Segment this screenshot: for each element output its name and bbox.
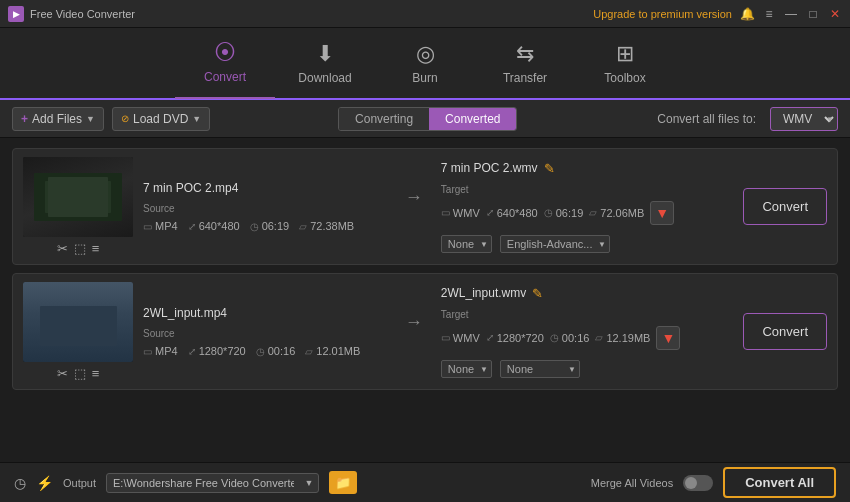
title-bar-right: Upgrade to premium version 🔔 ≡ — □ ✕ <box>593 7 842 21</box>
toolbox-nav-icon: ⊞ <box>616 41 634 67</box>
source-format-2: ▭ MP4 <box>143 345 178 357</box>
output-label: Output <box>63 477 96 489</box>
tab-group: Converting Converted <box>338 107 517 131</box>
scissors-icon-2[interactable]: ✂ <box>57 366 68 381</box>
nav-download[interactable]: ⬇ Download <box>275 27 375 99</box>
merge-toggle[interactable] <box>683 475 713 491</box>
target-resolution-1: ⤢ 640*480 <box>486 207 538 219</box>
subtitle2-wrapper-1[interactable]: English-Advanc... <box>500 235 610 253</box>
target-format-1: ▭ WMV <box>441 207 480 219</box>
subtitle2-select-1[interactable]: English-Advanc... <box>500 235 610 253</box>
nav-convert[interactable]: ⦿ Convert <box>175 27 275 99</box>
format-select[interactable]: WMV MP4 AVI MOV MKV <box>770 107 838 131</box>
edit-icon-1[interactable]: ✎ <box>544 161 555 176</box>
thumbnail-wrapper-1: ✂ ⬚ ≡ <box>23 157 133 256</box>
target-dropdown-1[interactable]: ▼ <box>650 201 674 225</box>
scissors-icon-1[interactable]: ✂ <box>57 241 68 256</box>
nav-toolbox[interactable]: ⊞ Toolbox <box>575 27 675 99</box>
crop-icon-2[interactable]: ⬚ <box>74 366 86 381</box>
menu-icon[interactable]: ≡ <box>762 7 776 21</box>
subtitle1-select-2[interactable]: None <box>441 360 492 378</box>
nav-transfer[interactable]: ⇆ Transfer <box>475 27 575 99</box>
target-size-icon-2: ▱ <box>595 332 603 343</box>
upgrade-link[interactable]: Upgrade to premium version <box>593 8 732 20</box>
close-icon[interactable]: ✕ <box>828 7 842 21</box>
load-dvd-chevron: ▼ <box>192 114 201 124</box>
transfer-nav-icon: ⇆ <box>516 41 534 67</box>
dvd-icon: ⊘ <box>121 113 129 124</box>
add-files-button[interactable]: + Add Files ▼ <box>12 107 104 131</box>
thumbnail-1 <box>23 157 133 237</box>
convert-button-2[interactable]: Convert <box>743 313 827 350</box>
target-dropdown-2[interactable]: ▼ <box>656 326 680 350</box>
nav-download-label: Download <box>298 71 351 85</box>
subtitle1-wrapper-2[interactable]: None <box>441 360 492 378</box>
output-path-input[interactable] <box>106 473 319 493</box>
convert-all-button[interactable]: Convert All <box>723 467 836 498</box>
output-path-wrapper: ▼ <box>106 473 319 493</box>
nav-burn[interactable]: ◎ Burn <box>375 27 475 99</box>
maximize-icon[interactable]: □ <box>806 7 820 21</box>
bell-icon[interactable]: 🔔 <box>740 7 754 21</box>
source-size-2: ▱ 12.01MB <box>305 345 360 357</box>
target-format-2: ▭ WMV <box>441 332 480 344</box>
minimize-icon[interactable]: — <box>784 7 798 21</box>
target-meta-1: ▭ WMV ⤢ 640*480 ◷ 06:19 ▱ 72.06MB ▼ <box>441 201 734 225</box>
crop-icon-1[interactable]: ⬚ <box>74 241 86 256</box>
target-duration-1: ◷ 06:19 <box>544 207 584 219</box>
tab-converting[interactable]: Converting <box>339 108 429 130</box>
settings-icon-1[interactable]: ≡ <box>92 241 100 256</box>
thumbnail-2 <box>23 282 133 362</box>
subtitle1-wrapper-1[interactable]: None <box>441 235 492 253</box>
burn-nav-icon: ◎ <box>416 41 435 67</box>
source-duration-2: ◷ 00:16 <box>256 345 296 357</box>
target-res-icon-2: ⤢ <box>486 332 494 343</box>
target-name-row-2: 2WL_input.wmv ✎ <box>441 286 734 301</box>
subtitle1-select-1[interactable]: None <box>441 235 492 253</box>
nav-convert-label: Convert <box>204 70 246 84</box>
target-info-2: 2WL_input.wmv ✎ Target ▭ WMV ⤢ 1280*720 … <box>441 286 734 378</box>
format-icon-1: ▭ <box>143 221 152 232</box>
app-icon: ▶ <box>8 6 24 22</box>
settings-icon-2[interactable]: ≡ <box>92 366 100 381</box>
thumbnail-wrapper-2: ✂ ⬚ ≡ <box>23 282 133 381</box>
source-meta-1: ▭ MP4 ⤢ 640*480 ◷ 06:19 ▱ 72.38MB <box>143 220 387 232</box>
target-meta-2: ▭ WMV ⤢ 1280*720 ◷ 00:16 ▱ 12.19MB ▼ <box>441 326 734 350</box>
duration-icon-1: ◷ <box>250 221 259 232</box>
subtitle2-wrapper-2[interactable]: None <box>500 360 580 378</box>
open-folder-button[interactable]: 📁 <box>329 471 357 494</box>
source-meta-2: ▭ MP4 ⤢ 1280*720 ◷ 00:16 ▱ 12.01MB <box>143 345 387 357</box>
sub-dropdowns-1: None English-Advanc... <box>441 235 734 253</box>
target-format-icon-1: ▭ <box>441 207 450 218</box>
target-filename-1: 7 min POC 2.wmv <box>441 161 538 175</box>
add-files-chevron: ▼ <box>86 114 95 124</box>
lightning-icon[interactable]: ⚡ <box>36 475 53 491</box>
subtitle2-select-2[interactable]: None <box>500 360 580 378</box>
download-nav-icon: ⬇ <box>316 41 334 67</box>
file-card-1: ✂ ⬚ ≡ 7 min POC 2.mp4 Source ▭ MP4 ⤢ 640… <box>12 148 838 265</box>
target-size-2: ▱ 12.19MB <box>595 332 650 344</box>
file-info-1: 7 min POC 2.mp4 Source ▭ MP4 ⤢ 640*480 ◷… <box>143 181 387 232</box>
thumb-tools-1: ✂ ⬚ ≡ <box>57 241 100 256</box>
format-select-wrapper[interactable]: WMV MP4 AVI MOV MKV <box>764 107 838 131</box>
target-dur-icon-1: ◷ <box>544 207 553 218</box>
thumb-image-1 <box>23 157 133 237</box>
target-filename-2: 2WL_input.wmv <box>441 286 526 300</box>
source-filename-1: 7 min POC 2.mp4 <box>143 181 387 195</box>
target-name-row-1: 7 min POC 2.wmv ✎ <box>441 161 734 176</box>
source-format-1: ▭ MP4 <box>143 220 178 232</box>
toggle-knob <box>685 477 697 489</box>
format-icon-2: ▭ <box>143 346 152 357</box>
edit-icon-2[interactable]: ✎ <box>532 286 543 301</box>
clock-icon[interactable]: ◷ <box>14 475 26 491</box>
convert-button-1[interactable]: Convert <box>743 188 827 225</box>
thumb-tools-2: ✂ ⬚ ≡ <box>57 366 100 381</box>
resolution-icon-2: ⤢ <box>188 346 196 357</box>
load-dvd-button[interactable]: ⊘ Load DVD ▼ <box>112 107 210 131</box>
source-duration-1: ◷ 06:19 <box>250 220 290 232</box>
size-icon-2: ▱ <box>305 346 313 357</box>
tab-converted[interactable]: Converted <box>429 108 516 130</box>
file-info-2: 2WL_input.mp4 Source ▭ MP4 ⤢ 1280*720 ◷ … <box>143 306 387 357</box>
sub-dropdowns-2: None None <box>441 360 734 378</box>
resolution-icon-1: ⤢ <box>188 221 196 232</box>
